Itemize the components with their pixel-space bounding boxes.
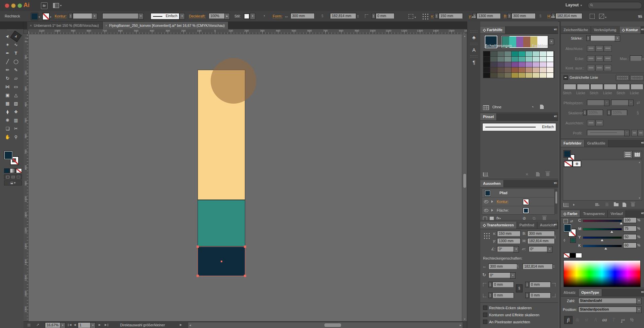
remove-brush-stroke-icon[interactable]: ✕ [525,172,529,176]
schattierungen-dropdown[interactable]: Schattierungen ▼ [485,44,515,48]
ff-fill-proxy[interactable] [564,150,571,158]
canvas-area[interactable]: 1100100090080070060050040030020010001002… [23,29,467,321]
horizontal-ruler[interactable]: 1100100090080070060050040030020010001002… [28,29,467,34]
variation-swatch[interactable] [540,67,546,72]
channel-slider-thumb[interactable] [610,229,613,233]
horizontal-scrollbar[interactable]: ◀ ▶ [188,322,463,328]
symbol-sprayer-tool[interactable]: ❋ [3,116,12,124]
blend-tool[interactable]: ❖ [12,108,20,116]
align-dash-button-2[interactable] [595,120,603,126]
farbhilfe-variation-grid[interactable] [483,51,554,78]
scale-end-stepper[interactable]: ▲▼ [607,110,611,115]
selection-handle-top-left[interactable] [197,245,199,248]
add-effect-button[interactable]: fx▾ [496,216,500,220]
fill-color-swatch[interactable] [31,13,38,20]
variation-swatch[interactable] [512,57,518,62]
hand-tool[interactable]: ✋ [3,133,12,141]
toolbar-fill-swatch[interactable] [4,151,13,160]
translucent-circle-shape[interactable] [211,58,256,104]
variation-swatch[interactable] [540,62,546,67]
workspace-chevron-icon[interactable]: ▼ [60,4,62,7]
mesh-tool[interactable]: ▦ [3,99,12,108]
zahl-dropdown[interactable]: Standardzahl [578,298,637,304]
toolbar-grip[interactable] [7,30,16,30]
variation-swatch[interactable] [519,73,525,78]
dash-field-0[interactable] [564,84,576,90]
corner1-stepper[interactable]: ▲▼ [488,282,492,287]
horizontal-scroll-thumb[interactable] [324,323,341,327]
channel-value-field[interactable]: 60 [623,242,637,248]
aussehen-panel-menu-icon[interactable]: ▾≡ [554,181,557,185]
variation-swatch[interactable] [483,57,490,62]
document-tab-unbenannt-1[interactable]: ×Unbenannt-1* bei 150 % (RGB/Vorschau) [27,22,103,29]
free-transform-tool[interactable]: ▭ [12,83,20,91]
width-tool[interactable]: ⋈ [3,83,12,91]
variation-swatch[interactable] [512,73,518,78]
form-breite-field[interactable]: 300 mm [290,13,315,19]
opentype--button[interactable]: ½ [628,316,636,324]
paragraph-styles-panel[interactable]: ¶ [469,58,479,67]
variation-swatch[interactable] [540,51,546,56]
eyedropper-tool[interactable]: ⧫ [3,108,12,116]
form-link[interactable]: Form: [273,14,282,18]
opentype-aa-button[interactable]: aa [600,316,609,324]
swatch-kinds-icon[interactable]: ⊞▾ [595,203,599,207]
staerke-stepper[interactable]: ▲▼ [586,35,590,41]
channel-slider-track[interactable] [583,220,622,222]
checkbox-rechteck-ecken-skalieren[interactable] [483,306,487,310]
variation-swatch[interactable] [533,51,539,56]
staerke-dropdown[interactable]: ▼ [615,35,620,42]
tab-absatz[interactable]: Absatz [561,289,579,296]
edit-colors-icon[interactable]: ◔ [531,105,534,109]
artboard-tool[interactable]: ❏ [3,124,12,133]
swap-arrowheads-icon[interactable]: ⇄ [637,101,640,105]
channel-value-field[interactable]: 75 [623,226,637,231]
dock-grip[interactable] [470,55,478,57]
vertical-scrollbar[interactable]: ▲ ▼ [462,34,467,321]
y-field[interactable]: 1300 mm [477,13,501,19]
aussehen-scrollbar[interactable] [555,188,557,214]
line-segment-tool[interactable]: ╱ [3,57,12,66]
variation-swatch[interactable] [526,57,532,62]
dash-field-5[interactable] [631,84,643,90]
aussehen-kontur-link[interactable]: Kontur: [497,200,508,204]
variation-swatch[interactable] [490,67,497,72]
gpu-preview-icon[interactable]: ▦ [27,323,31,327]
collapse-column1-icon[interactable]: ▶▶ [551,15,555,18]
aussehen-row-flaeche[interactable]: Fläche: [482,206,554,215]
document-tab-flyingbanner[interactable]: ×FlyingBanner_250_konvex [Konvertiert].a… [103,22,228,29]
rotate-tool[interactable]: ↻ [3,74,12,83]
workspace-layout-icon[interactable] [53,3,59,8]
aussehen-row-kontur[interactable]: Kontur: [482,198,554,206]
scale-end-field[interactable]: 100% [611,110,627,115]
shape-widget-icon[interactable] [409,14,413,19]
opentype-st-button[interactable]: st [582,316,591,324]
corner4-stepper[interactable]: ▲▼ [525,292,529,298]
position-dropdown[interactable]: Standardposition [578,307,637,312]
new-brush-icon[interactable] [536,172,540,176]
arrowhead-end-dropdown[interactable]: ▼ [628,100,634,106]
form-link-chain-icon[interactable]: § [321,14,323,18]
prop-hoehe-field[interactable]: 182,814 mm [523,264,553,269]
tab-farbfelder[interactable]: Farbfelder [561,140,585,147]
variation-swatch[interactable] [547,62,553,67]
b-stepper[interactable]: ▲▼ [507,13,511,19]
stroke-weight-stepper[interactable]: ▲▼ [69,13,72,19]
stroke-weight-dropdown[interactable]: ▼ [92,13,97,19]
variation-swatch[interactable] [490,62,497,67]
gradient-tool[interactable]: ▧ [12,99,20,108]
variation-swatch[interactable] [519,57,525,62]
vertical-ruler[interactable]: 0100200300400500600700800900100011001200… [23,34,29,321]
kontur-link[interactable]: Kontur: [55,14,66,18]
variation-swatch[interactable] [504,73,511,78]
zoom-window-button[interactable] [17,3,22,8]
paintbrush-tool[interactable]: ✏ [3,66,12,74]
h-field[interactable]: 182,814 mm [555,13,582,19]
variation-swatch[interactable] [547,73,553,78]
variation-swatch[interactable] [519,62,525,67]
none-chip[interactable] [564,253,570,258]
previous-artboard-icon[interactable]: ◀ [74,323,76,327]
ramp-color-3[interactable] [523,37,530,47]
tf-shear-dropdown[interactable]: ▼ [547,246,552,253]
opentype-panel-menu-icon[interactable]: ▾≡ [641,290,644,294]
